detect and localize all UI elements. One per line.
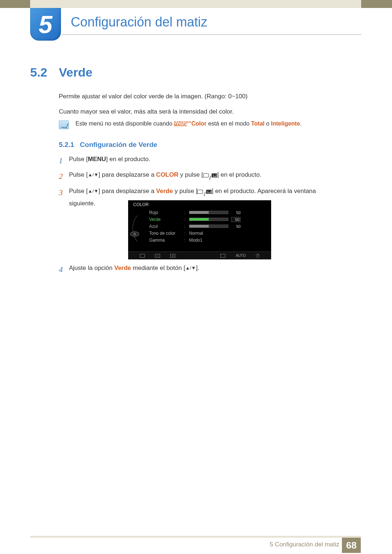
- paragraph-intensity: Cuanto mayor sea el valor, más alta será…: [59, 107, 349, 116]
- osd-bar-fill-azul: [189, 225, 209, 227]
- osd-label-rojo: Rojo: [149, 210, 181, 215]
- subsection-heading: 5.2.1 Configuración de Verde: [59, 141, 157, 149]
- enter-icons: /: [197, 190, 212, 199]
- step-1-text: Pulse [MENU] en el producto.: [69, 155, 150, 164]
- step-3-mid2: y pulse [: [173, 188, 197, 194]
- chapter-number-badge: 5: [30, 8, 61, 41]
- osd-minus-icon: [155, 254, 160, 258]
- step-3-num: 3: [59, 186, 69, 198]
- updown-icon: ▲/▼: [185, 264, 196, 272]
- enter-icon: [206, 190, 212, 194]
- updown-icon: ▲/▼: [88, 188, 98, 195]
- osd-power-icon: [256, 254, 260, 258]
- step-2-pre: Pulse [: [69, 171, 88, 178]
- page-footer: 5 Configuración del matiz 68: [0, 536, 392, 554]
- step-3-mid3: ] en el producto. Aparecerá la ventana: [212, 188, 316, 194]
- step-1-post: ] en el producto.: [106, 156, 150, 163]
- step-3-pre: Pulse [: [69, 188, 88, 194]
- footer-rule: [30, 536, 361, 538]
- enter-icons: /: [203, 173, 217, 183]
- brand-bottom: MAGIC: [174, 123, 187, 127]
- step-1: 1 Pulse [MENU] en el producto.: [59, 155, 349, 167]
- step-3-keyword: Verde: [156, 188, 173, 194]
- paragraph-range: Permite ajustar el valor del color verde…: [59, 92, 349, 101]
- osd-label-azul: Azul: [149, 224, 181, 229]
- osd-label-gamma: Gamma: [149, 238, 181, 243]
- note-or: o: [266, 120, 271, 127]
- section-title: Verde: [59, 65, 93, 79]
- osd-val-azul: 50: [231, 224, 241, 229]
- step-4-post: ].: [196, 264, 199, 271]
- osd-val-rojo: 50: [231, 210, 241, 215]
- osd-eye-icon: [130, 231, 139, 237]
- osd-label-verde: Verde: [149, 217, 181, 222]
- step-3-tail: siguiente.: [69, 200, 95, 207]
- step-2-keyword: COLOR: [156, 171, 178, 178]
- osd-colon: :: [184, 238, 186, 243]
- step-2-num: 2: [59, 170, 69, 182]
- section-number: 5.2: [30, 65, 47, 79]
- osd-title: COLOR: [128, 200, 271, 208]
- osd-val-gamma: Modo1: [189, 238, 203, 243]
- osd-bar-verde: [189, 218, 228, 221]
- menu-key: MENU: [88, 156, 106, 163]
- subsection-number: 5.2.1: [59, 141, 74, 148]
- samsung-magic-brand: SAMSUNG MAGIC: [174, 121, 191, 127]
- osd-bar-fill-verde: [189, 218, 209, 221]
- rect-icon: [203, 173, 209, 177]
- osd-val-verde: 50: [231, 217, 241, 222]
- note-mode-total: Total: [251, 120, 265, 127]
- osd-row-tono: Tono de color : Normal: [149, 230, 271, 237]
- osd-auto-label: AUTO: [236, 254, 246, 258]
- step-4-text: Ajuste la opción Verde mediante el botón…: [69, 263, 199, 273]
- osd-arc-decor: [132, 210, 148, 247]
- subsection-title: Configuración de Verde: [80, 141, 157, 148]
- step-4-mid: mediante el botón [: [131, 264, 185, 271]
- osd-body: Rojo : 50 Verde : 50 Azul : 50 Tono de c…: [128, 209, 271, 251]
- osd-row-azul: Azul : 50: [149, 223, 271, 230]
- note-mode-inteligente: Inteligente: [271, 120, 300, 127]
- osd-colon: :: [184, 217, 186, 222]
- step-4-num: 4: [59, 263, 69, 275]
- osd-bar-fill-rojo: [189, 211, 209, 214]
- step-2-mid2: y pulse [: [179, 171, 203, 178]
- footer-page-number: 68: [342, 538, 361, 553]
- osd-back-icon: [140, 254, 145, 258]
- note-text: Este menú no está disponible cuando SAMS…: [75, 120, 302, 127]
- osd-colon: :: [184, 210, 186, 215]
- osd-colon: :: [184, 231, 186, 236]
- step-1-pre: Pulse [: [69, 156, 88, 163]
- chapter-title: Configuración del matiz: [71, 15, 207, 30]
- rect-icon: [197, 190, 203, 194]
- note-pre: Este menú no está disponible cuando: [75, 120, 174, 127]
- updown-icon: ▲/▼: [88, 171, 98, 178]
- step-3-mid1: ] para desplazarse a: [98, 188, 156, 194]
- step-2-mid1: ] para desplazarse a: [98, 171, 156, 178]
- osd-footer: AUTO: [128, 251, 271, 259]
- top-bar-light: [30, 0, 361, 8]
- osd-source-icon: [220, 254, 225, 258]
- osd-val-tono: Normal: [189, 231, 203, 236]
- step-2: 2 Pulse [▲/▼] para desplazarse a COLOR y…: [59, 170, 349, 183]
- step-4: 4 Ajuste la opción Verde mediante el bot…: [59, 263, 349, 279]
- enter-icon: [212, 173, 217, 177]
- osd-row-verde: Verde : 50: [149, 216, 271, 223]
- osd-window: COLOR Rojo : 50 Verde : 50 Azul : 50 Ton…: [128, 200, 271, 259]
- brand-suffix: Color: [191, 120, 207, 127]
- note-icon: [59, 120, 69, 129]
- note-row: Este menú no está disponible cuando SAMS…: [59, 120, 349, 129]
- osd-row-rojo: Rojo : 50: [149, 209, 271, 216]
- osd-bar-rojo: [189, 211, 228, 214]
- step-2-text: Pulse [▲/▼] para desplazarse a COLOR y p…: [69, 170, 261, 183]
- step-4-pre: Ajuste la opción: [69, 264, 114, 271]
- osd-colon: :: [184, 224, 186, 229]
- osd-plus-icon: [170, 254, 175, 258]
- step-1-num: 1: [59, 155, 69, 167]
- step-4-keyword: Verde: [114, 264, 131, 271]
- step-2-post: ] en el producto.: [217, 171, 261, 178]
- osd-bar-azul: [189, 225, 228, 228]
- note-mid: está en el modo: [208, 120, 251, 127]
- note-end: .: [300, 120, 302, 127]
- osd-row-gamma: Gamma : Modo1: [149, 237, 271, 243]
- footer-chapter-text: 5 Configuración del matiz: [270, 541, 339, 548]
